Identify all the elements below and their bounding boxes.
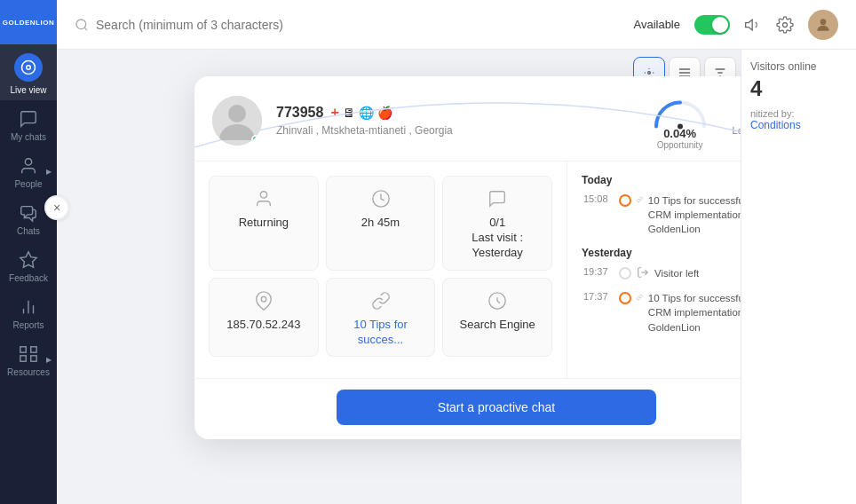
- svg-point-1: [25, 159, 31, 165]
- apple-icon: 🍎: [377, 106, 392, 120]
- svg-point-17: [645, 72, 646, 73]
- browser-icon: 🌐: [359, 106, 374, 120]
- stat-cell-duration: 2h 45m: [326, 176, 436, 271]
- sidebar-item-label-my-chats: My chats: [11, 132, 46, 142]
- svg-point-12: [783, 22, 788, 27]
- svg-point-18: [653, 72, 654, 73]
- main-area: Available: [57, 0, 856, 504]
- stat-cell-last-visit: 0/1 Last visit : Yesterday: [442, 176, 552, 271]
- sidebar: GOLDENLION Live view My chats People ▶: [0, 0, 57, 504]
- svg-point-0: [27, 66, 31, 70]
- history-time-2: 19:37: [583, 266, 614, 277]
- location-pin-icon: [254, 291, 273, 311]
- returning-icon: [254, 189, 273, 209]
- stat-cell-page: 10 Tips for succes...: [326, 278, 436, 358]
- svg-rect-6: [20, 347, 26, 352]
- svg-point-14: [648, 72, 651, 75]
- search-bar: [75, 18, 622, 32]
- link-icon: [371, 291, 391, 311]
- gauge-svg: [649, 91, 711, 130]
- clock-icon: [371, 189, 391, 209]
- svg-point-13: [820, 19, 827, 25]
- svg-rect-7: [31, 347, 36, 352]
- sidebar-item-label-people: People: [14, 179, 42, 189]
- settings-icon[interactable]: [776, 16, 794, 34]
- card-footer: Start a proactive chat: [194, 378, 798, 439]
- history-link-icon-1: [637, 193, 643, 206]
- svg-marker-2: [20, 252, 36, 267]
- chat-bubble-icon: [487, 189, 507, 209]
- visitors-online-label: Visitors online: [750, 60, 847, 73]
- history-dot-1: [619, 194, 631, 207]
- stat-label-duration: 2h 45m: [361, 216, 400, 231]
- sidebar-item-label-resources: Resources: [7, 367, 50, 377]
- add-icon: +: [330, 105, 338, 121]
- person-icon: [19, 156, 38, 176]
- sidebar-item-resources[interactable]: Resources ▶: [0, 335, 57, 382]
- expand-icon-people: ▶: [46, 167, 52, 175]
- header-right: Available: [633, 10, 838, 40]
- search-input[interactable]: [96, 18, 362, 32]
- sidebar-item-feedback[interactable]: Feedback: [0, 241, 57, 288]
- history-dot-3: [619, 292, 631, 304]
- svg-point-26: [228, 105, 246, 122]
- chats-icon: [19, 203, 38, 223]
- sidebar-item-my-chats[interactable]: My chats: [0, 100, 57, 147]
- sidebar-item-label-feedback: Feedback: [9, 273, 48, 283]
- stat-label-page: 10 Tips for succes...: [334, 318, 428, 348]
- stat-cell-returning: Returning: [209, 176, 319, 271]
- sidebar-item-people[interactable]: People ▶: [0, 147, 57, 194]
- visitor-location: Zhinvali , Mtskheta-mtianeti , Georgia: [276, 124, 635, 137]
- conditions-link[interactable]: Conditions: [750, 119, 847, 131]
- history-time-1: 15:08: [583, 193, 614, 204]
- svg-point-15: [648, 68, 649, 69]
- stat-cell-search-engine: Search Engine: [442, 278, 552, 358]
- volume-icon[interactable]: [744, 16, 762, 34]
- live-view-icon: [14, 53, 43, 82]
- visitor-id-row: 773958 + 🖥 🌐 🍎: [276, 105, 635, 121]
- visitors-panel: Visitors online 4 nitized by: Conditions: [741, 50, 856, 504]
- sidebar-logo: GOLDENLION: [0, 0, 57, 44]
- gauge-wrap: 0.04% Opportunity: [649, 91, 711, 150]
- available-toggle[interactable]: [694, 15, 730, 35]
- card-body: Returning 2h 45m: [194, 161, 798, 378]
- card-close-button[interactable]: ×: [44, 195, 69, 220]
- content-area: 773958 + 🖥 🌐 🍎 Zhinvali , Mtskheta-mtian…: [57, 50, 856, 504]
- svg-point-10: [76, 20, 86, 29]
- visitor-left-icon: [637, 266, 649, 279]
- visitor-info: 773958 + 🖥 🌐 🍎 Zhinvali , Mtskheta-mtian…: [276, 105, 635, 137]
- svg-point-30: [261, 296, 266, 302]
- available-label: Available: [633, 18, 680, 31]
- sidebar-item-live-view[interactable]: Live view: [0, 44, 57, 100]
- header: Available: [57, 0, 856, 50]
- stat-label-returning: Returning: [239, 216, 289, 231]
- svg-marker-11: [746, 20, 753, 30]
- sidebar-item-reports[interactable]: Reports: [0, 288, 57, 335]
- opportunity-label: Opportunity: [657, 140, 703, 150]
- stat-label-ip: 185.70.52.243: [226, 318, 300, 333]
- sidebar-item-label-live-view: Live view: [10, 85, 46, 95]
- user-avatar[interactable]: [808, 10, 838, 40]
- history-text-2: Visitor left: [654, 266, 699, 280]
- expand-icon-resources: ▶: [46, 355, 52, 363]
- chat-icon: [19, 109, 38, 129]
- stats-row-1: Returning 2h 45m: [209, 176, 552, 271]
- visitors-count: 4: [750, 76, 847, 101]
- proactive-chat-button[interactable]: Start a proactive chat: [337, 390, 656, 425]
- opportunity-value: 0.04%: [663, 127, 696, 140]
- svg-point-28: [260, 192, 266, 198]
- history-dot-2: [619, 267, 631, 280]
- browser-icons: + 🖥 🌐 🍎: [330, 105, 392, 121]
- search-icon: [75, 18, 89, 32]
- stat-label-last-visit: 0/1 Last visit : Yesterday: [472, 216, 523, 261]
- online-indicator: [251, 135, 260, 144]
- google-icon: [487, 291, 507, 311]
- bar-chart-icon: [19, 297, 38, 317]
- visitor-id: 773958: [276, 105, 323, 121]
- windows-icon: 🖥: [343, 106, 355, 120]
- monitored-label: nitized by:: [750, 108, 847, 119]
- stat-cell-ip: 185.70.52.243: [209, 278, 319, 358]
- sidebar-item-label-reports: Reports: [12, 320, 44, 330]
- stats-grid: Returning 2h 45m: [194, 161, 567, 378]
- card-close-wrap: ×: [44, 195, 69, 220]
